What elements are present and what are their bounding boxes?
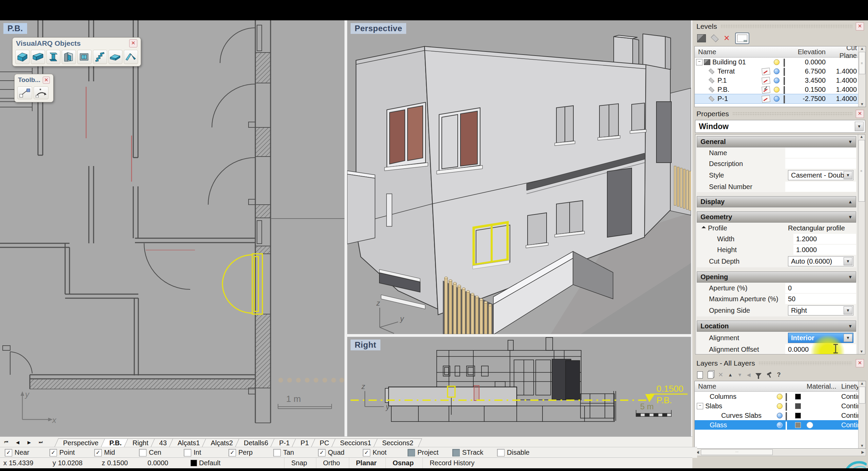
checkbox[interactable] [318,449,326,456]
name-field[interactable] [785,148,856,158]
layer-color-swatch[interactable] [795,422,801,428]
alignment-dropdown[interactable]: Interior [788,333,853,343]
checkbox[interactable] [229,449,236,456]
max-aperture-field[interactable]: 50 [785,294,856,304]
osnap-project[interactable]: Project [408,449,452,456]
serial-field[interactable] [785,182,856,192]
description-field[interactable] [785,159,856,169]
osnap-disable[interactable]: Disable [497,449,542,456]
levels-col-elevation[interactable]: Elevation [788,48,826,56]
expander-icon[interactable] [702,226,706,230]
bulb-on-icon[interactable] [774,59,780,65]
style-dropdown[interactable]: Casement - Double [788,170,853,180]
alignment-offset-field[interactable]: 0.0000 [785,344,856,354]
new-sublayer-icon[interactable] [708,371,713,378]
lock-open-icon[interactable] [786,403,791,409]
move-down-icon[interactable]: ▼ [737,372,742,377]
next-tab-button[interactable]: ▶ [24,438,34,447]
help-icon[interactable]: ? [777,371,781,378]
collapse-icon[interactable] [697,403,703,409]
rotate-tool-button[interactable] [34,86,48,99]
level-manager-button[interactable] [735,33,749,44]
set-current-level-icon[interactable] [762,67,770,75]
viewport-splitter-vertical[interactable] [344,20,347,436]
levels-col-name[interactable]: Name [695,48,716,56]
bulb-off-icon[interactable] [777,422,783,428]
door-tool-button[interactable] [62,50,76,64]
lock-open-icon[interactable] [786,394,791,400]
levels-scrollbar[interactable]: ▲≡▼ [858,46,866,107]
toggle-ortho[interactable]: Ortho [316,458,347,468]
first-tab-button[interactable]: ⏮ [1,438,11,447]
lock-open-icon[interactable] [786,422,791,428]
level-row[interactable]: P-1 -2.7500 1.4000 [695,94,866,103]
bulb-on-icon[interactable] [777,403,783,409]
properties-scrollbar[interactable]: ▲≡▼ [858,135,865,354]
tab-alcats1[interactable]: Alçats1 [171,438,207,447]
viewport-splitter-horizontal[interactable] [347,334,691,337]
viewport-plan[interactable]: 1 m y x P.B. VisualARQ Objects ✕ [0,20,344,436]
unnest-icon[interactable]: ◀ [747,372,751,377]
layer-color-swatch[interactable] [795,403,801,409]
chevron-down-icon[interactable] [844,306,852,314]
right-elevation-drawing[interactable]: 0.1500 P.B. 5 m z y [347,337,691,436]
aperture-field[interactable]: 0 [785,283,856,293]
window-tool-button[interactable] [77,50,92,64]
level-row[interactable]: P.1 3.4500 1.4000 [695,76,866,85]
width-field[interactable]: 1.2000 [793,234,856,244]
bulb-on-icon[interactable] [777,394,783,400]
level-row[interactable]: Building 01 0.0000 [695,58,866,67]
checkbox[interactable] [139,449,146,456]
level-row[interactable]: P.B. 0.1500 1.4000 [695,85,866,94]
toggle-planar[interactable]: Planar [349,458,383,468]
osnap-perp[interactable]: Perp [229,449,273,456]
layer-color-swatch[interactable] [795,394,801,400]
toggle-record-history[interactable]: Record History [422,458,481,468]
osnap-point[interactable]: Point [50,449,94,456]
close-icon[interactable]: ✕ [856,22,864,30]
osnap-quad[interactable]: Quad [318,449,363,456]
chevron-down-icon[interactable] [844,171,852,179]
column-tool-button[interactable] [46,50,61,64]
layers-hscrollbar[interactable]: ◀⋯▶ [694,449,866,456]
slab-tool-button[interactable] [108,50,123,64]
bulb-on-icon[interactable] [774,87,780,93]
current-layer[interactable]: Default [191,458,220,468]
osnap-knot[interactable]: Knot [363,449,408,456]
section-geometry[interactable]: Geometry [697,211,856,223]
close-icon[interactable]: ✕ [856,359,864,367]
section-location[interactable]: Location [697,321,856,332]
layer-row[interactable]: Glass Continuous [695,420,866,430]
viewport-right[interactable]: 0.1500 P.B. 5 m z y Right [347,337,691,436]
layer-row[interactable]: Columns Continuous [695,392,866,401]
chevron-down-icon[interactable] [844,334,852,342]
height-field[interactable]: 1.0000 [793,245,856,255]
bulb-off-icon[interactable] [777,413,783,418]
osnap-strack[interactable]: STrack [452,449,497,456]
add-level-icon[interactable] [711,35,719,42]
stair-tool-button[interactable] [93,50,107,64]
checkbox[interactable] [94,449,102,456]
tab-perspective[interactable]: Perspective [56,438,105,447]
level-row[interactable]: Terrat 6.7500 1.4000 [695,67,866,76]
wall-tool-button[interactable] [15,50,29,64]
object-type-dropdown[interactable]: Window [695,120,865,133]
viewport-perspective[interactable]: z y x Perspective [347,20,691,334]
perspective-drawing[interactable]: z y x [347,20,691,334]
tab-detalls6[interactable]: Detalls6 [237,438,275,447]
osnap-near[interactable]: Near [5,449,50,456]
close-icon[interactable]: ✕ [43,77,50,84]
collapse-icon[interactable] [696,59,703,65]
bulb-off-icon[interactable] [774,78,780,83]
lock-open-icon[interactable] [786,413,791,418]
osnap-cen[interactable]: Cen [139,449,184,456]
checkbox[interactable] [184,449,191,456]
current-level-check-icon[interactable] [762,86,770,93]
panel-drag-area[interactable] [758,361,852,365]
tab-seccions2[interactable]: Seccions2 [375,438,420,447]
section-opening[interactable]: Opening [697,271,856,283]
beam-tool-button[interactable] [31,50,45,64]
checkbox[interactable] [452,449,460,456]
layer-row[interactable]: Curves Slabs Continuous [695,411,866,420]
close-icon[interactable]: ✕ [856,110,864,118]
